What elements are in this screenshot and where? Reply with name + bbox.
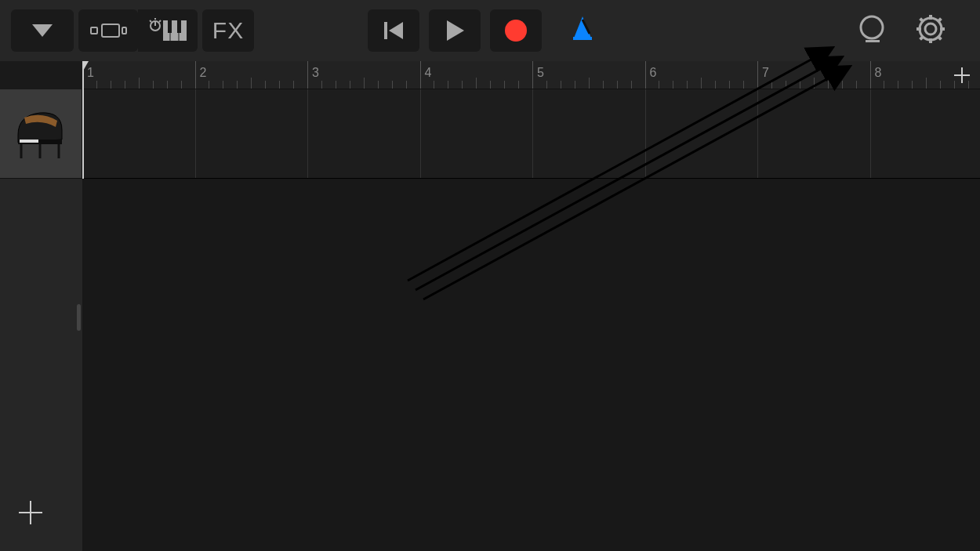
ruler-tick: [125, 81, 125, 89]
ruler-tick: [701, 78, 702, 89]
ruler-tick: [828, 81, 829, 89]
svg-rect-9: [163, 20, 187, 41]
ruler-tick: [912, 81, 913, 89]
ruler-bar-line: [757, 61, 758, 89]
svg-rect-3: [122, 27, 126, 34]
svg-rect-28: [940, 27, 945, 31]
record-button[interactable]: [490, 9, 542, 52]
svg-line-7: [159, 20, 161, 22]
svg-marker-16: [447, 20, 464, 41]
add-track-button[interactable]: [17, 499, 44, 529]
ruler-tick: [631, 81, 632, 89]
ruler-bar-line: [420, 61, 421, 89]
toolbar: FX: [0, 0, 980, 61]
ruler-bar-number: 5: [537, 66, 544, 80]
add-section-button[interactable]: [944, 61, 980, 89]
view-menu-button[interactable]: [11, 9, 74, 52]
scroll-handle[interactable]: [77, 304, 81, 331]
timeline-ruler[interactable]: 12345678: [82, 61, 980, 89]
ruler-tick: [139, 78, 140, 89]
ruler-bar-number: 4: [425, 66, 432, 80]
fx-button[interactable]: FX: [202, 9, 254, 52]
knob-keys-icon: [147, 17, 188, 44]
ruler-tick: [603, 81, 604, 89]
svg-rect-22: [866, 40, 880, 42]
ruler-bar-number: 1: [87, 66, 94, 80]
ruler-bar-line: [307, 61, 308, 89]
ruler-tick: [448, 81, 448, 89]
grand-piano-icon: [10, 103, 71, 165]
ruler-tick: [490, 81, 491, 89]
ruler-tick: [884, 81, 884, 89]
svg-rect-27: [916, 27, 921, 31]
ruler-tick: [504, 81, 505, 89]
ruler-tick: [561, 81, 561, 89]
bar-line: [420, 89, 421, 178]
svg-rect-2: [102, 24, 119, 37]
ruler-tick: [392, 81, 393, 89]
ruler-tick: [434, 81, 434, 89]
arrange-area[interactable]: [82, 179, 980, 551]
play-button[interactable]: [429, 9, 481, 52]
ruler-tick: [462, 81, 463, 89]
ruler-tick: [673, 81, 673, 89]
metronome-icon: [568, 15, 597, 43]
ruler-tick: [251, 78, 252, 89]
settings-button[interactable]: [916, 14, 946, 47]
metronome-button[interactable]: [568, 15, 612, 46]
ruler-tick: [237, 81, 238, 89]
svg-point-24: [920, 18, 942, 40]
ruler-tick: [350, 81, 350, 89]
ruler-tick: [546, 81, 547, 89]
gear-icon: [916, 14, 946, 44]
ruler-tick: [336, 81, 336, 89]
ruler-tick: [729, 81, 730, 89]
play-icon: [442, 18, 467, 43]
ruler-tick: [814, 78, 815, 89]
rewind-button[interactable]: [368, 9, 419, 52]
svg-rect-25: [929, 15, 932, 20]
ruler-tick: [589, 78, 590, 89]
svg-rect-11: [177, 20, 181, 33]
svg-marker-15: [389, 22, 403, 39]
loop-icon: [856, 13, 887, 45]
loop-button[interactable]: [856, 13, 887, 48]
ruler-tick: [321, 81, 322, 89]
ruler-bar-line: [532, 61, 533, 89]
track-sidebar: [0, 179, 82, 551]
svg-rect-39: [20, 140, 38, 143]
track-header[interactable]: [0, 89, 82, 179]
track-row: [0, 89, 980, 179]
ruler-bar-line: [645, 61, 646, 89]
ruler-tick: [687, 81, 688, 89]
svg-line-6: [150, 20, 151, 22]
bar-line: [870, 89, 871, 178]
ruler-tick: [968, 81, 969, 89]
ruler-tick: [111, 81, 111, 89]
svg-rect-20: [573, 37, 592, 40]
svg-point-17: [505, 20, 527, 42]
track-view-button[interactable]: [78, 9, 138, 52]
ruler-tick: [181, 81, 182, 89]
ruler-tick: [406, 81, 407, 89]
track-lane[interactable]: [82, 89, 980, 179]
ruler-tick: [279, 81, 280, 89]
ruler-tick: [617, 81, 618, 89]
ruler-tick: [476, 78, 477, 89]
ruler-tick: [743, 81, 744, 89]
ruler-tick: [96, 81, 97, 89]
record-icon: [503, 18, 528, 43]
instrument-browser-button[interactable]: [138, 9, 198, 52]
playhead-line[interactable]: [82, 61, 84, 179]
svg-point-21: [861, 16, 883, 38]
ruler-bar-number: 2: [200, 66, 207, 80]
bar-line: [645, 89, 646, 178]
ruler-tick: [518, 81, 519, 89]
ruler-bar-number: 8: [875, 66, 882, 80]
ruler-bar-line: [870, 61, 871, 89]
ruler-tick: [771, 81, 772, 89]
ruler-bar-number: 6: [650, 66, 657, 80]
fx-label: FX: [212, 17, 244, 44]
ruler-tick: [715, 81, 716, 89]
ruler-tick: [898, 81, 898, 89]
